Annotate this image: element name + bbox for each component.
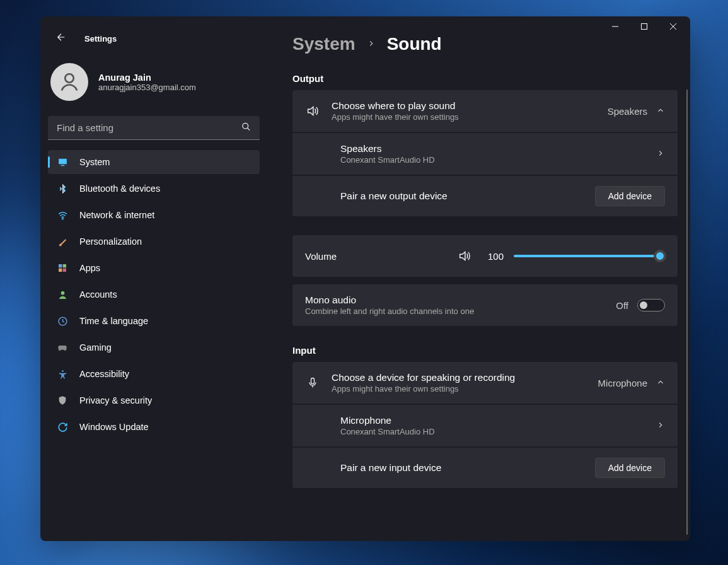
- volume-label: Volume: [305, 251, 447, 262]
- close-button[interactable]: [659, 16, 688, 37]
- accessibility-icon: [57, 368, 68, 380]
- chevron-up-icon: [656, 378, 665, 388]
- nav-label: Apps: [79, 263, 100, 273]
- mono-toggle[interactable]: [637, 299, 665, 312]
- sidebar-item-privacy-security[interactable]: Privacy & security: [48, 388, 260, 412]
- brush-icon: [57, 236, 68, 247]
- svg-point-14: [61, 291, 64, 294]
- svg-point-9: [62, 218, 62, 219]
- svg-rect-1: [642, 24, 647, 30]
- user-email: anuragjain353@gmail.com: [98, 83, 196, 92]
- sidebar-item-system[interactable]: System: [48, 150, 260, 174]
- back-button[interactable]: [53, 29, 69, 48]
- bluetooth-icon: [57, 183, 68, 194]
- output-device-row[interactable]: Speakers Conexant SmartAudio HD: [292, 133, 678, 175]
- search-box: [48, 116, 260, 140]
- search-input[interactable]: [48, 116, 260, 140]
- svg-rect-12: [59, 269, 62, 272]
- svg-rect-13: [63, 269, 66, 272]
- chevron-up-icon: [656, 106, 665, 117]
- svg-point-5: [243, 123, 248, 129]
- minimize-button[interactable]: [601, 16, 630, 37]
- mono-sub: Combine left and right audio channels in…: [305, 306, 604, 316]
- pair-label: Pair a new input device: [340, 462, 584, 474]
- sidebar-item-gaming[interactable]: Gaming: [48, 335, 260, 359]
- display-icon: [57, 156, 68, 168]
- chevron-right-icon: [656, 149, 665, 160]
- output-pair-row: Pair a new output device Add device: [292, 176, 678, 216]
- scrollbar[interactable]: [686, 90, 688, 535]
- input-selected: Microphone: [598, 378, 647, 388]
- card-title: Choose a device for speaking or recordin…: [332, 372, 587, 383]
- mono-state: Off: [616, 300, 628, 311]
- output-selected: Speakers: [608, 106, 647, 117]
- input-section-title: Input: [292, 345, 678, 356]
- sidebar: Settings Anurag Jain anuragjain353@gmail…: [40, 16, 267, 541]
- svg-point-16: [62, 370, 64, 372]
- maximize-button[interactable]: [630, 16, 659, 37]
- device-name: Microphone: [340, 415, 645, 426]
- search-icon: [241, 122, 251, 134]
- gamepad-icon: [57, 342, 68, 353]
- volume-value: 100: [482, 251, 504, 262]
- nav-label: Privacy & security: [79, 395, 152, 405]
- svg-rect-19: [311, 378, 315, 384]
- volume-icon[interactable]: [457, 249, 472, 263]
- add-output-device-button[interactable]: Add device: [595, 186, 665, 206]
- svg-line-6: [247, 128, 250, 131]
- input-device-row[interactable]: Microphone Conexant SmartAudio HD: [292, 405, 678, 446]
- sidebar-item-network-internet[interactable]: Network & internet: [48, 203, 260, 227]
- nav-label: Gaming: [79, 342, 112, 352]
- sidebar-item-personalization[interactable]: Personalization: [48, 230, 260, 253]
- card-sub: Apps might have their own settings: [332, 112, 596, 122]
- volume-row: Volume 100: [292, 235, 678, 277]
- avatar: [50, 63, 88, 101]
- device-desc: Conexant SmartAudio HD: [340, 427, 645, 436]
- nav-label: Windows Update: [79, 422, 149, 432]
- volume-slider[interactable]: [514, 250, 665, 262]
- device-name: Speakers: [340, 143, 645, 154]
- nav-label: Network & internet: [79, 210, 154, 220]
- wifi-icon: [57, 209, 68, 221]
- input-choose-row[interactable]: Choose a device for speaking or recordin…: [292, 362, 678, 404]
- shield-icon: [57, 395, 68, 406]
- speaker-icon: [305, 104, 320, 118]
- svg-rect-7: [59, 158, 67, 164]
- svg-point-4: [65, 74, 74, 83]
- chevron-right-icon: [656, 421, 665, 431]
- breadcrumb-parent[interactable]: System: [292, 34, 355, 54]
- mono-audio-row: Mono audio Combine left and right audio …: [292, 284, 678, 326]
- nav-label: Personalization: [79, 236, 142, 247]
- nav-label: Accounts: [79, 289, 117, 300]
- nav-list: SystemBluetooth & devicesNetwork & inter…: [48, 150, 260, 439]
- svg-marker-18: [460, 252, 465, 260]
- add-input-device-button[interactable]: Add device: [595, 458, 665, 478]
- sidebar-item-bluetooth-devices[interactable]: Bluetooth & devices: [48, 177, 260, 201]
- output-choose-row[interactable]: Choose where to play sound Apps might ha…: [292, 90, 678, 132]
- nav-label: Time & language: [79, 316, 148, 326]
- sidebar-item-accounts[interactable]: Accounts: [48, 282, 260, 306]
- output-section-title: Output: [292, 73, 678, 84]
- device-desc: Conexant SmartAudio HD: [340, 155, 645, 165]
- microphone-icon: [305, 376, 320, 389]
- mono-title: Mono audio: [305, 294, 604, 306]
- sidebar-item-apps[interactable]: Apps: [48, 256, 260, 280]
- card-sub: Apps might have their own settings: [332, 384, 587, 393]
- chevron-right-icon: [367, 38, 376, 51]
- sidebar-item-time-language[interactable]: Time & language: [48, 309, 260, 333]
- nav-label: Accessibility: [79, 369, 129, 379]
- sidebar-item-windows-update[interactable]: Windows Update: [48, 415, 260, 439]
- clock-icon: [57, 315, 68, 327]
- update-icon: [57, 421, 68, 433]
- nav-label: Bluetooth & devices: [79, 183, 160, 194]
- svg-rect-11: [63, 264, 66, 267]
- card-title: Choose where to play sound: [332, 100, 596, 112]
- user-name: Anurag Jain: [98, 73, 196, 83]
- apps-icon: [57, 262, 68, 274]
- svg-rect-10: [59, 264, 62, 267]
- user-profile[interactable]: Anurag Jain anuragjain353@gmail.com: [48, 53, 260, 116]
- sidebar-item-accessibility[interactable]: Accessibility: [48, 362, 260, 386]
- titlebar: [598, 16, 690, 37]
- svg-marker-17: [308, 107, 313, 115]
- input-pair-row: Pair a new input device Add device: [292, 448, 678, 488]
